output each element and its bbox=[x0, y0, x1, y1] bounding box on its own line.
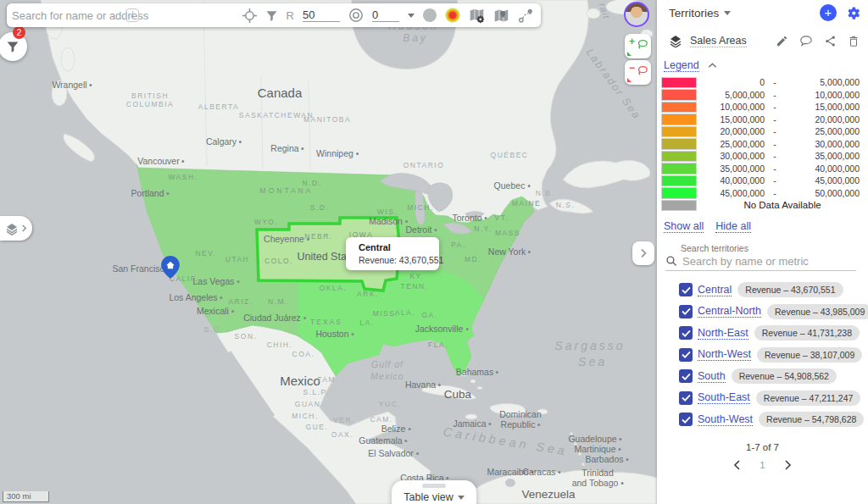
tooltip-title: Central bbox=[359, 242, 439, 252]
territories-panel: Territories + Sales Areas bbox=[657, 0, 868, 504]
territory-checkbox[interactable] bbox=[679, 305, 693, 318]
route-icon[interactable] bbox=[518, 8, 534, 24]
legend-row: 20,000,000 - 25,000,000 bbox=[661, 125, 868, 138]
hide-all-link[interactable]: Hide all bbox=[715, 220, 751, 233]
legend-swatch bbox=[661, 163, 697, 174]
map-canvas[interactable] bbox=[0, 0, 657, 504]
legend-range-dash: - bbox=[765, 188, 785, 198]
legend-row: 5,000,000 - 10,000,000 bbox=[661, 89, 868, 102]
check-icon bbox=[682, 330, 691, 337]
page-prev-icon[interactable] bbox=[733, 460, 741, 470]
show-hide-links: Show all Hide all bbox=[664, 220, 868, 233]
lasso-icon bbox=[636, 38, 648, 50]
user-avatar[interactable] bbox=[624, 2, 649, 27]
legend-swatch bbox=[661, 187, 697, 199]
territory-checkbox[interactable] bbox=[679, 348, 693, 362]
legend-range-dash: - bbox=[765, 139, 785, 149]
territory-row: North-East Revenue – 41,731,238 bbox=[657, 323, 868, 345]
territory-name-link[interactable]: Central bbox=[698, 284, 732, 296]
legend-range-dash: - bbox=[765, 151, 785, 161]
legend-swatch bbox=[661, 102, 697, 114]
territory-checkbox[interactable] bbox=[679, 283, 693, 296]
pagination-range: 1-7 of 7 bbox=[657, 442, 868, 452]
legend-range-dash: - bbox=[765, 163, 785, 174]
comment-bubble-icon[interactable] bbox=[799, 35, 813, 47]
territory-name-link[interactable]: North-East bbox=[698, 327, 748, 340]
legend-swatch bbox=[661, 77, 697, 89]
proximity-dropdown-caret[interactable] bbox=[408, 14, 415, 18]
legend-row: 30,000,000 - 35,000,000 bbox=[661, 150, 868, 163]
proximity-circle-icon[interactable] bbox=[348, 8, 364, 23]
territory-revenue-badge: Revenue – 54,908,562 bbox=[732, 368, 837, 384]
layers-icon bbox=[5, 222, 19, 235]
legend-range-from: 0 bbox=[697, 77, 765, 87]
territory-row: North-West Revenue – 38,107,009 bbox=[657, 344, 868, 366]
territory-checkbox[interactable] bbox=[679, 326, 693, 340]
show-all-link[interactable]: Show all bbox=[664, 220, 704, 233]
plus-sign: + bbox=[629, 36, 635, 47]
panel-header: Territories + bbox=[657, 0, 868, 25]
legend-range-from: 10,000,000 bbox=[697, 102, 765, 112]
delete-trash-icon[interactable] bbox=[848, 35, 860, 47]
lasso-remove-button[interactable]: − bbox=[625, 60, 651, 85]
legend-range-from: 20,000,000 bbox=[697, 126, 765, 136]
territory-layer-settings-icon[interactable] bbox=[469, 8, 485, 24]
legend-swatch bbox=[661, 200, 697, 212]
territories-dropdown[interactable]: Territories bbox=[669, 7, 731, 19]
share-icon[interactable] bbox=[824, 35, 837, 47]
cluster-toggle-icon[interactable] bbox=[423, 8, 437, 22]
territory-name-link[interactable]: South-East bbox=[698, 391, 750, 404]
territory-revenue-badge: Revenue – 43,985,009 bbox=[767, 304, 868, 319]
page-next-icon[interactable] bbox=[784, 460, 792, 470]
filter-funnel-icon[interactable] bbox=[265, 9, 278, 22]
legend-row: 45,000,000 - 50,000,000 bbox=[661, 187, 868, 200]
check-icon bbox=[682, 416, 691, 424]
layer-name-link[interactable]: Sales Areas bbox=[690, 35, 747, 47]
legend-range-dash: - bbox=[765, 77, 785, 87]
map-pins-layer-icon[interactable] bbox=[493, 8, 509, 24]
territory-revenue-badge: Revenue – 47,211,247 bbox=[756, 390, 860, 406]
territory-checkbox[interactable] bbox=[679, 413, 693, 426]
territory-name-link[interactable]: South bbox=[698, 370, 726, 383]
territory-name-link[interactable]: Central-North bbox=[698, 305, 761, 318]
page-number[interactable]: 1 bbox=[760, 460, 765, 470]
legend-toggle-link[interactable]: Legend bbox=[664, 59, 699, 72]
lasso-add-button[interactable]: + bbox=[625, 34, 651, 58]
map-area[interactable]: Canada United States Mexico Cuba Venezue… bbox=[0, 0, 657, 504]
legend-range-from: 25,000,000 bbox=[697, 139, 765, 149]
search-icon bbox=[665, 255, 677, 267]
edit-pencil-icon[interactable] bbox=[776, 35, 788, 47]
legend-swatch bbox=[661, 151, 697, 163]
territory-name-link[interactable]: North-West bbox=[698, 348, 751, 361]
chevron-up-icon[interactable] bbox=[708, 62, 717, 69]
legend-range-dash: - bbox=[765, 102, 785, 112]
home-map-pin[interactable] bbox=[161, 256, 180, 282]
check-icon bbox=[682, 307, 691, 315]
drag-handle bbox=[422, 484, 446, 488]
legend-row-no-data: No Data Available bbox=[661, 199, 868, 212]
legend-range-from: 45,000,000 bbox=[697, 188, 765, 198]
territory-name-link[interactable]: South-West bbox=[698, 413, 753, 426]
lasso-icon bbox=[636, 64, 648, 76]
territory-checkbox[interactable] bbox=[679, 369, 693, 383]
pagination: 1 bbox=[657, 460, 868, 470]
territory-checkbox[interactable] bbox=[679, 391, 693, 405]
add-territory-button[interactable]: + bbox=[820, 4, 837, 21]
table-view-button[interactable]: Table view bbox=[392, 480, 476, 504]
legend-row: 15,000,000 - 20,000,000 bbox=[661, 114, 868, 126]
heatmap-toggle-icon[interactable] bbox=[445, 8, 460, 23]
territory-search-input[interactable] bbox=[682, 255, 856, 268]
territory-revenue-badge: Revenue – 41,731,238 bbox=[754, 325, 860, 341]
proximity-input[interactable] bbox=[372, 8, 399, 22]
territory-row: South-East Revenue – 47,211,247 bbox=[657, 387, 868, 409]
locate-icon[interactable] bbox=[242, 8, 257, 23]
territory-revenue-badge: Revenue – 38,107,009 bbox=[757, 347, 862, 363]
legend-swatch bbox=[661, 138, 697, 150]
settings-gear-icon[interactable] bbox=[845, 5, 861, 21]
legend-range-from: 35,000,000 bbox=[697, 163, 765, 174]
layers-panel-toggle[interactable] bbox=[0, 216, 32, 241]
legend-range-dash: - bbox=[765, 126, 785, 136]
top-toolbar: / R bbox=[7, 3, 541, 27]
radius-input[interactable] bbox=[303, 8, 340, 22]
panel-expand-button[interactable] bbox=[632, 241, 654, 265]
